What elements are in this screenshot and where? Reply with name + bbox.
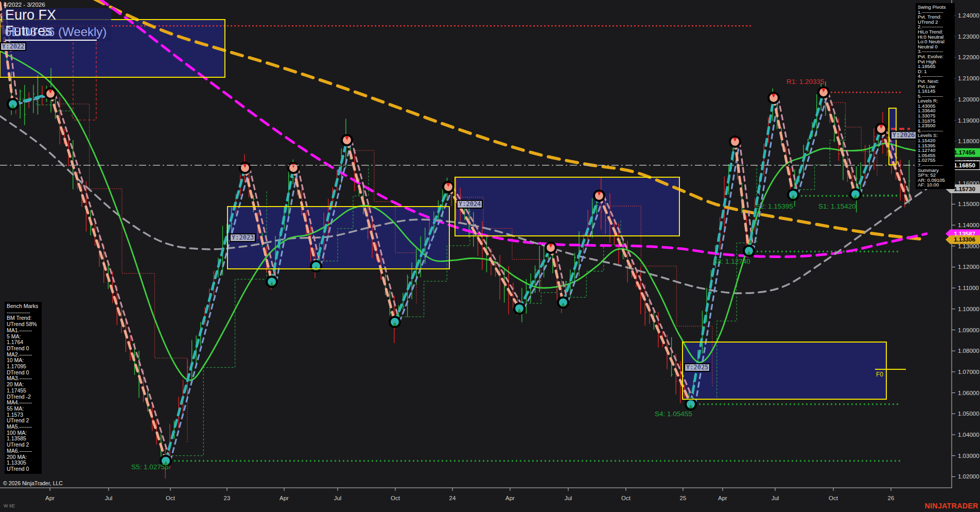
y-tick-label: 1.02000 — [958, 473, 979, 480]
instrument-tag: W 6E — [4, 503, 15, 508]
x-tick-label: 25 — [680, 495, 687, 501]
y-tick-label: 1.19000 — [958, 117, 979, 124]
x-tick-label: Oct — [621, 495, 631, 501]
copyright-label: © 2026 NinjaTrader, LLC — [3, 480, 63, 486]
bench-marks-line: 1.17095 — [7, 364, 40, 370]
level-label-s1: S1: 1.15420 — [818, 202, 856, 210]
y-tick-label: 1.20000 — [958, 96, 979, 103]
bench-marks-line: MA5.------- — [7, 424, 40, 430]
y-tick-label: 1.08000 — [958, 348, 979, 354]
bench-marks-line: MA6.------- — [7, 448, 40, 454]
y-tick-label: 1.24000 — [958, 12, 979, 19]
f0-label: F0 — [876, 371, 883, 378]
level-label-s5: S5: 1.02755 — [131, 463, 169, 471]
year-tag-y-2023[interactable]: Y:2023 — [230, 233, 256, 242]
bench-marks-line: DTrend 0 — [7, 346, 40, 352]
y-tick-label: 1.07000 — [958, 369, 979, 375]
y-tick-label: 1.14000 — [958, 222, 979, 228]
y-tick-label: 1.06000 — [958, 390, 979, 396]
bench-marks-line: UTrend 0 — [7, 466, 40, 472]
x-tick-label: Oct — [391, 495, 400, 501]
price-marker-label: 1.16850 — [954, 162, 975, 168]
x-tick-label: Jul — [334, 495, 342, 501]
price-chart-canvas[interactable]: F0R1: 1.20335S1: 1.15420S2: 1.15395S3: 1… — [0, 0, 980, 512]
x-tick-label: 23 — [224, 495, 231, 501]
year-tag-y-2025[interactable]: Y:2025 — [684, 363, 710, 372]
year-tag-y-2022[interactable]: Y:2022 — [0, 42, 26, 51]
y-tick-label: 1.18000 — [958, 138, 979, 144]
x-tick-label: 26 — [888, 495, 895, 501]
swing-pivots-panel: Swing Pivots1.-------------Pvt. Trend:UT… — [916, 3, 955, 189]
price-marker-label: 1.17456 — [954, 149, 975, 156]
bench-marks-panel: Bench Marks-------------BM Trend:UTrend … — [5, 302, 42, 474]
y-tick-label: 1.09000 — [958, 327, 979, 333]
year-box-fill[interactable] — [682, 342, 886, 399]
bench-marks-line: 55 MA: — [7, 406, 40, 412]
x-tick-label: Jul — [105, 495, 113, 501]
y-tick-label: 1.05000 — [958, 411, 979, 417]
y-tick-label: 1.15000 — [958, 201, 979, 207]
y-tick-label: 1.21000 — [958, 75, 979, 81]
x-tick-label: Apr — [718, 495, 727, 501]
price-marker-label: 1.15730 — [954, 186, 975, 192]
level-label-r1: R1: 1.20335 — [786, 78, 825, 86]
contract-subtitle: 6E 03-26 (Weekly) — [5, 25, 107, 39]
x-tick-label: Oct — [166, 495, 176, 501]
y-tick-label: 1.10000 — [958, 306, 979, 312]
y-tick-label: 1.03000 — [958, 453, 979, 459]
x-tick-label: 24 — [449, 495, 456, 501]
y-tick-label: 1.22000 — [958, 54, 979, 60]
y-tick-label: 1.12000 — [958, 264, 979, 270]
year-box-fill[interactable] — [455, 177, 679, 236]
bench-marks-line: MA1.------- — [7, 328, 40, 334]
x-tick-label: Apr — [505, 495, 515, 501]
y-tick-label: 1.23000 — [958, 33, 979, 40]
level-label-s2: S2: 1.15395 — [756, 202, 793, 210]
ninjatrader-chart-window: F0R1: 1.20335S1: 1.15420S2: 1.15395S3: 1… — [0, 0, 980, 512]
price-marker-label: 1.13306 — [954, 236, 975, 243]
year-tag-y-2024[interactable]: Y:2024 — [457, 200, 483, 209]
year-tag-y-2026[interactable]: Y:2026 — [890, 131, 917, 140]
x-tick-label: Jul — [565, 495, 572, 501]
swing-pivots-line: AF: 10.00 — [918, 182, 953, 187]
level-label-s3: S3: 1.12740 — [713, 258, 750, 265]
x-tick-label: Apr — [279, 495, 289, 501]
ninjatrader-logo: NINJATRADER — [925, 501, 978, 510]
bench-marks-line: Bench Marks — [7, 303, 40, 310]
y-tick-label: 1.11000 — [958, 285, 979, 291]
bench-marks-line: 1.17455 — [7, 388, 40, 394]
x-tick-label: Apr — [45, 495, 55, 501]
level-label-s4: S4: 1.05455 — [655, 410, 692, 418]
x-tick-label: Oct — [829, 495, 838, 501]
x-tick-label: Jul — [772, 495, 779, 501]
y-tick-label: 1.04000 — [958, 432, 979, 438]
